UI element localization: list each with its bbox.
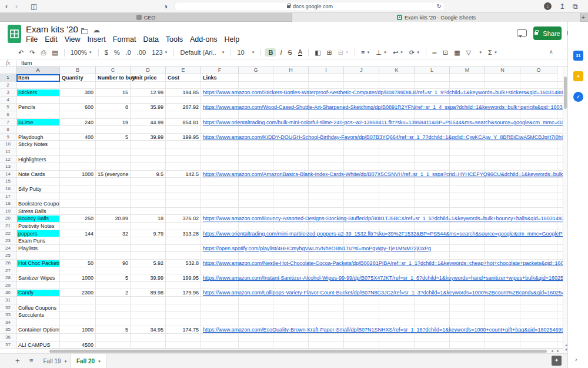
cell-B26[interactable]: 50 — [60, 260, 93, 267]
cell-D20[interactable]: 18 — [131, 215, 163, 223]
back-icon[interactable]: ‹ — [5, 2, 8, 11]
cell-link-F22[interactable]: https://www.orientaltrading.com/mini-mar… — [203, 230, 563, 238]
cell-A12[interactable]: Highlighters — [18, 156, 59, 164]
tab-overview-icon[interactable]: ⧉ — [573, 2, 578, 11]
horizontal-scrollbar[interactable]: ◄ ► — [16, 349, 563, 353]
row-header-7[interactable]: 7 — [0, 119, 16, 127]
italic-icon[interactable]: I — [280, 49, 282, 56]
cell-A5[interactable]: Pencils — [18, 104, 59, 111]
cell-D14[interactable]: 9.5 — [131, 171, 163, 178]
menu-add-ons[interactable]: Add-ons — [186, 35, 221, 44]
cell-A33[interactable]: Succulents — [18, 311, 59, 319]
column-header-N[interactable]: N — [485, 67, 520, 74]
row-header-4[interactable]: 4 — [0, 97, 16, 104]
cell-A9[interactable]: Playdough — [18, 134, 59, 141]
share-button[interactable]: Share — [533, 26, 562, 40]
cell-A14[interactable]: Note Cards — [18, 171, 59, 178]
cell-B9[interactable]: 400 — [60, 134, 93, 141]
row-header-9[interactable]: 9 — [0, 134, 16, 141]
cell-C20[interactable]: 20.89 — [96, 215, 128, 223]
sheets-logo-icon[interactable] — [8, 25, 21, 43]
cell-C1[interactable]: Number to buy — [98, 74, 135, 82]
more-formats-icon[interactable]: 123▼ — [152, 49, 168, 56]
text-color-icon[interactable]: A — [298, 49, 302, 56]
cell-link-F14[interactable]: https://www.amazon.com/AmazonBasics-Blan… — [203, 171, 563, 178]
cell-E3[interactable]: 194.85 — [166, 89, 199, 97]
cell-E22[interactable]: 313.28 — [166, 230, 199, 238]
row-header-31[interactable]: 31 — [0, 297, 16, 304]
column-header-L[interactable]: L — [415, 67, 450, 74]
row-header-32[interactable]: 32 — [0, 304, 16, 312]
cell-D3[interactable]: 12.99 — [131, 89, 163, 97]
row-header-12[interactable]: 12 — [0, 156, 16, 164]
row-header-8[interactable]: 8 — [0, 126, 16, 134]
column-header-G[interactable]: G — [239, 67, 273, 74]
cell-A37[interactable]: ALI CAMPUS — [18, 342, 59, 349]
menu-help[interactable]: Help — [221, 35, 243, 44]
select-all-corner[interactable] — [0, 67, 16, 74]
new-tab-button[interactable]: + — [580, 13, 587, 22]
merge-cells-icon[interactable]: ⊟▼ — [338, 49, 349, 57]
fill-color-icon[interactable]: ◧ — [315, 49, 320, 57]
row-header-26[interactable]: 26 — [0, 260, 16, 267]
row-header-36[interactable]: 36 — [0, 334, 16, 342]
row-header-14[interactable]: 14 — [0, 171, 16, 178]
collapse-panel-icon[interactable]: › — [575, 356, 577, 363]
cloud-saved-icon[interactable]: ☁ — [93, 26, 100, 34]
spreadsheet-grid[interactable]: 1234567891011121314151617181920212223242… — [0, 74, 563, 349]
downloads-icon[interactable]: ↓ — [544, 2, 552, 10]
row-header-11[interactable]: 11 — [0, 148, 16, 156]
cell-B5[interactable]: 600 — [60, 104, 93, 111]
cell-B14[interactable]: 1000 — [60, 171, 93, 178]
scroll-right-icon[interactable]: ► — [556, 349, 560, 353]
row-header-25[interactable]: 25 — [0, 252, 16, 260]
row-header-37[interactable]: 37 — [0, 342, 16, 349]
column-header-J[interactable]: J — [344, 67, 379, 74]
keep-icon[interactable]: ✦ — [573, 71, 583, 81]
menu-data[interactable]: Data — [139, 35, 162, 44]
column-header-O[interactable]: O — [520, 67, 557, 74]
cell-B1[interactable]: Quantity — [62, 74, 83, 82]
horizontal-align-icon[interactable]: ≡▼ — [361, 49, 370, 56]
row-header-3[interactable]: 3 — [0, 89, 16, 97]
menu-edit[interactable]: Edit — [41, 35, 61, 44]
cell-D26[interactable]: 5.92 — [131, 260, 163, 267]
insert-chart-icon[interactable]: ▦ — [454, 49, 460, 57]
row-header-29[interactable]: 29 — [0, 282, 16, 290]
row-header-24[interactable]: 24 — [0, 245, 16, 253]
cell-link-F35[interactable]: https://www.amazon.com/EcoQuality-Brown-… — [203, 326, 563, 334]
cell-A23[interactable]: Exam Puns — [18, 237, 59, 245]
cell-C35[interactable]: 5 — [96, 326, 128, 334]
print-icon[interactable]: ⎙ — [41, 49, 46, 57]
paint-format-icon[interactable]: ▤ — [52, 49, 58, 57]
row-header-30[interactable]: 30 — [0, 289, 16, 297]
cell-C7[interactable]: 19 — [96, 119, 128, 127]
row-header-13[interactable]: 13 — [0, 163, 16, 171]
cell-E14[interactable]: 142.5 — [166, 171, 199, 178]
browser-tab-ceo[interactable]: CEO — [0, 13, 292, 22]
cell-link-F24[interactable]: https://open.spotify.com/playlist/4HHCmy… — [203, 245, 431, 253]
cell-E35[interactable]: 174.75 — [166, 326, 199, 334]
cell-E30[interactable]: 179.96 — [166, 289, 199, 297]
cell-D7[interactable]: 44.99 — [131, 119, 163, 127]
strikethrough-icon[interactable]: S — [288, 49, 292, 56]
functions-icon[interactable]: Σ▼ — [488, 49, 497, 56]
cell-D5[interactable]: 35.99 — [131, 104, 163, 111]
browser-tab-sheets[interactable]: Exam kits '20 - Google Sheets — [292, 13, 581, 22]
borders-icon[interactable]: ⊞ — [327, 49, 332, 57]
format-currency-icon[interactable]: $ — [105, 49, 108, 56]
column-header-F[interactable]: F — [201, 67, 239, 74]
decrease-decimals-icon[interactable]: .0 — [126, 49, 131, 56]
cell-C22[interactable]: 32 — [96, 230, 128, 238]
cell-D30[interactable]: 89.98 — [131, 289, 163, 297]
row-header-19[interactable]: 19 — [0, 208, 16, 216]
row-header-16[interactable]: 16 — [0, 185, 16, 193]
cell-B7[interactable]: 240 — [60, 119, 93, 127]
cell-D1[interactable]: Unit price — [132, 74, 157, 82]
row-header-15[interactable]: 15 — [0, 178, 16, 185]
row-header-33[interactable]: 33 — [0, 311, 16, 319]
row-header-28[interactable]: 28 — [0, 274, 16, 282]
menu-insert[interactable]: Insert — [84, 35, 109, 44]
formula-value[interactable]: Item — [21, 59, 32, 67]
column-header-M[interactable]: M — [450, 67, 485, 74]
